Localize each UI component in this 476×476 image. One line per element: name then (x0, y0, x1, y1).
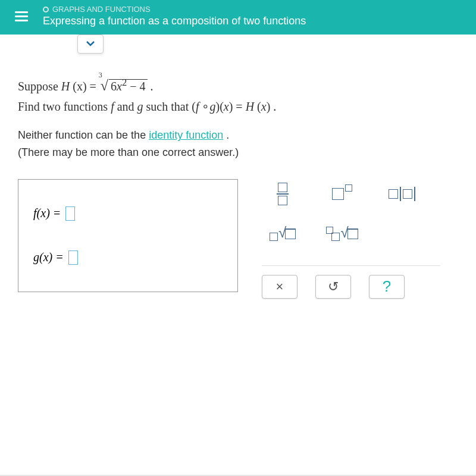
undo-icon: ↺ (328, 279, 339, 295)
help-button[interactable]: ? (369, 275, 405, 299)
suppose-text: Suppose (18, 80, 61, 93)
fraction-tool[interactable] (262, 179, 303, 209)
menu-icon[interactable] (12, 8, 31, 24)
content-area: Suppose H (x) = 3 √ 6x2 − 4 . Find two f… (0, 35, 476, 475)
math-toolbox: √ √ × ↺ (262, 179, 440, 299)
sqrt-tool[interactable]: √ (262, 218, 303, 248)
app-header: GRAPHS AND FUNCTIONS Expressing a functi… (0, 0, 476, 35)
instruction-line-3: (There may be more than one correct answ… (18, 144, 458, 161)
category-label: GRAPHS AND FUNCTIONS (43, 5, 306, 14)
category-dot-icon (43, 7, 49, 12)
page-title: Expressing a function as a composition o… (43, 15, 306, 27)
f-answer-row: f(x) = (33, 206, 223, 221)
absolute-value-tool[interactable] (381, 179, 422, 209)
composition-expr: (f ∘g)(x) = H (x) (192, 100, 270, 113)
exponent-tool[interactable] (321, 179, 363, 209)
g-input[interactable] (68, 250, 78, 265)
problem-statement: Suppose H (x) = 3 √ 6x2 − 4 . Find two f… (18, 74, 458, 161)
instruction-line-2: Neither function can be the identity fun… (18, 127, 458, 144)
close-icon: × (276, 279, 284, 295)
tool-row-2: √ √ (262, 218, 440, 248)
g-label: g(x) = (33, 250, 64, 264)
chevron-down-icon (86, 40, 95, 47)
answer-area: f(x) = g(x) = (18, 179, 458, 299)
f-label: f(x) = (33, 206, 61, 220)
answer-box: f(x) = g(x) = (18, 179, 238, 292)
h-arg: (x) = (73, 80, 99, 93)
f-input[interactable] (65, 206, 75, 221)
header-text: GRAPHS AND FUNCTIONS Expressing a functi… (43, 5, 306, 27)
equation-line: Suppose H (x) = 3 √ 6x2 − 4 . (18, 74, 458, 97)
category-text: GRAPHS AND FUNCTIONS (52, 5, 151, 14)
help-icon: ? (383, 277, 391, 296)
identity-function-link[interactable]: identity function (149, 129, 223, 141)
tool-row-1 (262, 179, 440, 209)
h-symbol: H (61, 80, 70, 93)
radicand: 6x2 − 4 (109, 79, 148, 93)
undo-button[interactable]: ↺ (315, 275, 351, 299)
action-row: × ↺ ? (262, 265, 440, 299)
clear-button[interactable]: × (262, 275, 298, 299)
g-answer-row: g(x) = (33, 250, 223, 265)
dropdown-toggle[interactable] (77, 35, 104, 54)
cube-root-expr: 3 √ 6x2 − 4 (101, 74, 148, 97)
instruction-line-1: Find two functions f and g such that (f … (18, 97, 458, 116)
nth-root-tool[interactable]: √ (321, 218, 363, 248)
period: . (151, 80, 154, 93)
root-index: 3 (99, 70, 102, 81)
